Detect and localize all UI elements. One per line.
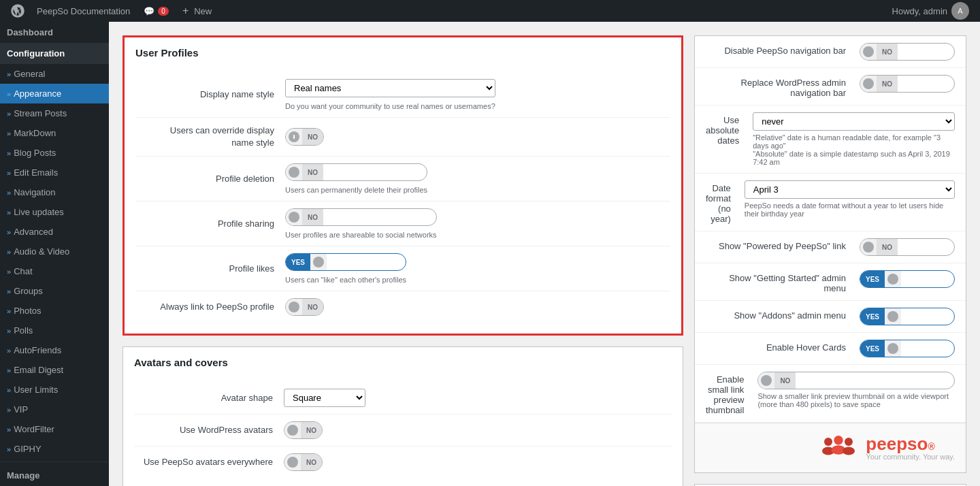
override-display-toggle[interactable]: NO: [285, 128, 324, 146]
toggle-on-label: YES: [860, 340, 885, 357]
date-format-select[interactable]: April 3 3 April: [745, 180, 955, 199]
profile-sharing-desc: User profiles are shareable to social ne…: [285, 231, 437, 239]
sidebar-item-autofriends[interactable]: » AutoFriends: [0, 340, 109, 360]
sidebar-item-groups[interactable]: » Groups: [0, 281, 109, 301]
sidebar-item-label: Polls: [14, 325, 33, 336]
toggle-handle-area: [885, 340, 901, 357]
toggle-on-label: YES: [860, 271, 885, 287]
replace-admin-nav-toggle[interactable]: NO: [860, 75, 955, 93]
avatars-title: Avatars and covers: [123, 347, 683, 375]
toggle-knob: [287, 425, 298, 436]
sidebar-item-user-limits[interactable]: » User Limits: [0, 380, 109, 400]
howdy-item[interactable]: Howdy, admin A: [887, 2, 975, 20]
sidebar-item-polls[interactable]: » Polls: [0, 321, 109, 340]
comments-item[interactable]: 💬 0: [137, 0, 176, 22]
sidebar-item-wordfilter[interactable]: » WordFilter: [0, 419, 109, 439]
toggle-handle-area: [284, 454, 301, 470]
disable-nav-toggle[interactable]: NO: [860, 43, 955, 61]
arrow-icon: »: [7, 287, 11, 295]
svg-point-6: [843, 447, 855, 455]
addons-menu-toggle[interactable]: YES: [860, 308, 955, 325]
date-format-label: Date format (no year): [706, 180, 738, 224]
toggle-handle-area: [860, 44, 877, 60]
sidebar-item-chat[interactable]: » Chat: [0, 261, 109, 281]
sidebar-item-label: Advanced: [14, 227, 53, 237]
toggle-knob: [289, 302, 299, 312]
profile-deletion-label: Profile deletion: [135, 173, 285, 185]
toggle-on-label: YES: [860, 308, 885, 325]
profile-deletion-control: NO Users can permanently delete their pr…: [285, 163, 427, 194]
avatar: A: [951, 2, 969, 20]
site-name-item[interactable]: PeepSo Documentation: [30, 0, 137, 22]
link-preview-control: NO Show a smaller link preview thumbnail…: [757, 372, 955, 408]
configuration-heading: Configuration: [0, 43, 109, 64]
right-row-absolute-dates: Use absolute dates never always "Relativ…: [695, 106, 966, 174]
peepso-people-icon: [818, 432, 859, 464]
always-link-toggle[interactable]: NO: [285, 298, 324, 316]
hover-cards-toggle[interactable]: YES: [860, 340, 955, 357]
wp-avatars-toggle[interactable]: NO: [284, 421, 323, 439]
powered-by-label: Show "Powered by PeepSo" link: [706, 238, 853, 251]
toggle-handle-area: [885, 271, 901, 287]
sidebar-item-giphy[interactable]: » GIPHY: [0, 439, 109, 459]
arrow-icon: »: [7, 110, 11, 118]
content-grid: User Profiles Display name style Real na…: [122, 35, 966, 486]
setting-row-avatar-shape: Avatar shape Square Circle: [134, 382, 672, 415]
user-profiles-title: User Profiles: [125, 37, 681, 65]
link-preview-toggle[interactable]: NO: [757, 372, 955, 389]
manage-link[interactable]: Manage: [0, 465, 109, 486]
new-content-item[interactable]: + New: [176, 0, 218, 22]
getting-started-control: YES: [860, 270, 955, 288]
arrow-icon: »: [7, 70, 11, 78]
addons-menu-label: Show "Addons" admin menu: [706, 308, 853, 321]
toggle-handle-area: [284, 422, 301, 438]
dashboard-link[interactable]: Dashboard: [0, 22, 109, 43]
arrow-icon: »: [7, 90, 11, 98]
plus-icon: +: [182, 5, 189, 17]
sidebar-item-label: User Limits: [14, 385, 58, 395]
right-panel: Disable PeepSo navigation bar NO: [694, 35, 966, 486]
display-name-style-select[interactable]: Real names Usernames: [285, 79, 495, 97]
arrow-icon: »: [7, 346, 11, 355]
hover-cards-control: YES: [860, 340, 955, 357]
sidebar-item-general[interactable]: » General: [0, 64, 109, 84]
sidebar-item-live-updates[interactable]: » Live updates: [0, 202, 109, 222]
avatar-shape-select[interactable]: Square Circle: [284, 389, 365, 407]
peepso-avatars-control: NO: [284, 453, 323, 471]
absolute-dates-label: Use absolute dates: [706, 112, 746, 146]
powered-by-toggle[interactable]: NO: [860, 238, 955, 256]
profile-deletion-toggle[interactable]: NO: [285, 163, 427, 181]
sidebar-item-label: AutoFriends: [14, 345, 61, 355]
peepso-avatars-toggle[interactable]: NO: [284, 453, 323, 471]
sidebar-item-edit-emails[interactable]: » Edit Emails: [0, 163, 109, 182]
sidebar-item-advanced[interactable]: » Advanced: [0, 222, 109, 242]
toggle-off-label: NO: [877, 239, 898, 255]
sidebar-item-navigation[interactable]: » Navigation: [0, 182, 109, 202]
sidebar-item-appearance[interactable]: » Appearance: [0, 84, 109, 103]
profile-likes-control: YES Users can "like" each other's profil…: [285, 253, 406, 284]
sidebar-item-markdown[interactable]: » MarkDown: [0, 123, 109, 143]
svg-point-5: [845, 438, 853, 446]
toggle-line: [293, 135, 295, 139]
sidebar-item-label: Appearance: [14, 88, 61, 99]
sidebar-item-stream-posts[interactable]: » Stream Posts: [0, 103, 109, 123]
toggle-knob: [289, 131, 299, 142]
toggle-knob: [863, 242, 874, 253]
admin-menu: Dashboard Configuration » General » Appe…: [0, 22, 109, 486]
profile-likes-toggle[interactable]: YES: [285, 253, 406, 271]
sidebar-item-audio-video[interactable]: » Audio & Video: [0, 242, 109, 261]
sidebar-item-blog-posts[interactable]: » Blog Posts: [0, 143, 109, 163]
wp-logo[interactable]: [5, 4, 30, 18]
sidebar-item-email-digest[interactable]: » Email Digest: [0, 360, 109, 380]
absolute-dates-select[interactable]: never always: [753, 112, 955, 131]
peepso-avatars-label: Use PeepSo avatars everywhere: [134, 456, 284, 468]
arrow-icon: »: [7, 189, 11, 197]
main-wrap: Dashboard Configuration » General » Appe…: [0, 22, 980, 486]
display-name-style-control: Real names Usernames Do you want your co…: [285, 79, 495, 110]
profile-sharing-control: NO User profiles are shareable to social…: [285, 208, 437, 239]
toggle-off-label: NO: [774, 372, 796, 389]
profile-sharing-toggle[interactable]: NO: [285, 208, 437, 226]
sidebar-item-vip[interactable]: » VIP: [0, 400, 109, 419]
getting-started-toggle[interactable]: YES: [860, 270, 955, 288]
sidebar-item-photos[interactable]: » Photos: [0, 301, 109, 321]
